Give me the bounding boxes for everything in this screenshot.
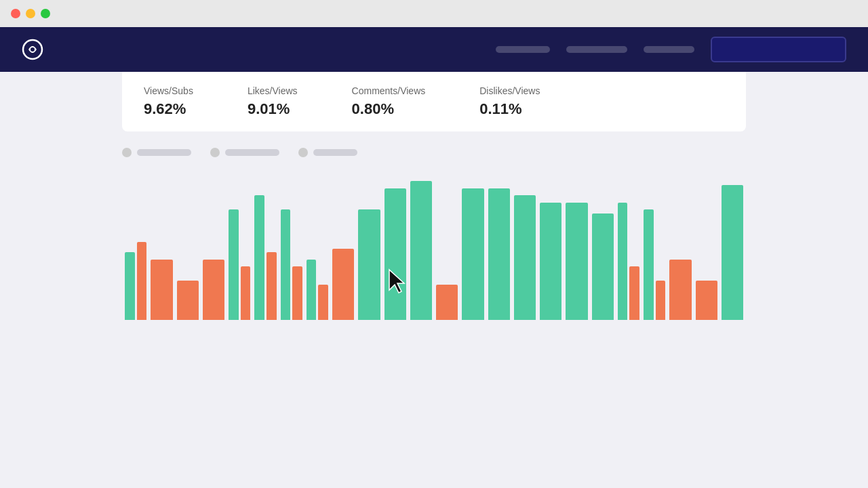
bar-group xyxy=(332,249,354,320)
bar-group xyxy=(436,285,458,321)
bar-group xyxy=(281,209,302,320)
maximize-button[interactable] xyxy=(41,9,50,18)
bar-orange xyxy=(436,285,458,321)
stat-dislikes-views: Dislikes/Views 0.11% xyxy=(479,85,540,118)
bar-green xyxy=(307,260,317,320)
bar-green xyxy=(618,203,628,320)
bar-orange xyxy=(267,252,277,320)
bar-green xyxy=(488,188,510,320)
legend-item-1 xyxy=(122,148,191,157)
bar-group xyxy=(410,181,432,320)
stat-value-dislikes-views: 0.11% xyxy=(479,100,540,118)
bar-green xyxy=(281,209,291,320)
minimize-button[interactable] xyxy=(26,9,35,18)
stat-value-views-subs: 9.62% xyxy=(144,100,193,118)
logo[interactable] xyxy=(22,39,49,60)
bar-green xyxy=(462,188,484,320)
search-input[interactable] xyxy=(711,37,846,62)
stat-views-subs: Views/Subs 9.62% xyxy=(144,85,193,118)
legend-label-1 xyxy=(137,149,191,156)
bar-group xyxy=(618,203,639,320)
bar-group xyxy=(384,188,406,320)
bar-group xyxy=(151,260,172,320)
bar-green xyxy=(410,181,432,320)
nav-link-3[interactable] xyxy=(644,46,694,53)
bar-orange xyxy=(241,266,251,320)
bar-group xyxy=(696,281,717,320)
bar-group xyxy=(462,188,484,320)
stat-label-dislikes-views: Dislikes/Views xyxy=(479,85,540,96)
bar-group xyxy=(177,281,199,320)
bar-group xyxy=(514,195,536,320)
bar-orange xyxy=(669,260,691,320)
bar-green xyxy=(125,252,135,320)
bar-orange xyxy=(292,266,302,320)
bar-green xyxy=(384,188,406,320)
bar-green xyxy=(566,203,587,320)
bar-orange xyxy=(318,285,328,321)
cursor-icon xyxy=(387,268,408,293)
nav-link-2[interactable] xyxy=(566,46,627,53)
bar-orange xyxy=(629,266,639,320)
legend-dot-3 xyxy=(298,148,308,157)
stat-label-likes-views: Likes/Views xyxy=(248,85,298,96)
bar-group xyxy=(566,203,587,320)
bar-green xyxy=(540,203,561,320)
navbar xyxy=(0,27,868,72)
nav-links xyxy=(496,37,846,62)
nav-link-1[interactable] xyxy=(496,46,550,53)
legend-dot-1 xyxy=(122,148,132,157)
legend-label-2 xyxy=(225,149,279,156)
stat-comments-views: Comments/Views 0.80% xyxy=(352,85,426,118)
bar-green xyxy=(358,209,380,320)
bar-group xyxy=(488,188,510,320)
bar-orange xyxy=(656,281,666,320)
bar-group xyxy=(644,209,665,320)
bar-group xyxy=(669,260,691,320)
legend-label-3 xyxy=(313,149,357,156)
stat-value-comments-views: 0.80% xyxy=(352,100,426,118)
bar-green xyxy=(514,195,536,320)
stat-label-views-subs: Views/Subs xyxy=(144,85,193,96)
legend-dot-2 xyxy=(210,148,220,157)
bar-orange xyxy=(203,260,224,320)
stats-bar: Views/Subs 9.62% Likes/Views 9.01% Comme… xyxy=(122,72,746,131)
bar-group xyxy=(592,214,614,321)
bar-group xyxy=(722,185,743,321)
close-button[interactable] xyxy=(11,9,20,18)
stat-likes-views: Likes/Views 9.01% xyxy=(248,85,298,118)
bar-green xyxy=(644,209,654,320)
bar-group xyxy=(254,195,276,320)
bar-orange xyxy=(151,260,172,320)
legend-item-2 xyxy=(210,148,279,157)
bar-group xyxy=(203,260,224,320)
bar-group xyxy=(358,209,380,320)
bar-group xyxy=(540,203,561,320)
bar-orange xyxy=(137,242,147,321)
chart-wrapper xyxy=(122,171,746,320)
bar-group xyxy=(125,242,146,321)
legend-item-3 xyxy=(298,148,357,157)
titlebar xyxy=(0,0,868,27)
bar-orange xyxy=(696,281,717,320)
bar-green xyxy=(229,209,239,320)
content: Views/Subs 9.62% Likes/Views 9.01% Comme… xyxy=(0,72,868,320)
chart-section xyxy=(122,148,746,320)
bar-green xyxy=(254,195,264,320)
bar-green xyxy=(592,214,614,321)
stat-label-comments-views: Comments/Views xyxy=(352,85,426,96)
bar-green xyxy=(722,185,743,321)
bar-group xyxy=(307,260,328,320)
bar-orange xyxy=(177,281,199,320)
bar-chart xyxy=(122,171,746,320)
svg-point-1 xyxy=(31,47,35,52)
bar-group xyxy=(229,209,250,320)
bar-orange xyxy=(332,249,354,320)
stat-value-likes-views: 9.01% xyxy=(248,100,298,118)
chart-legend xyxy=(122,148,746,157)
